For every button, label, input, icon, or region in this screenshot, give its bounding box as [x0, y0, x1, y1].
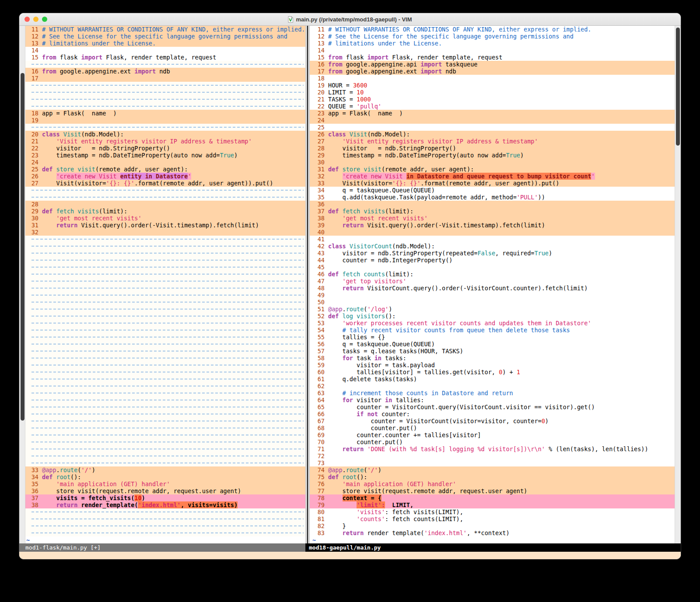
code-line[interactable]: 22 visitor = ndb.StringProperty() [19, 145, 305, 152]
code-line[interactable]: 63 # increment those counts in Datastore… [310, 390, 681, 397]
code-line[interactable]: 34def root(): [19, 473, 305, 480]
close-button[interactable] [24, 17, 30, 22]
code-line[interactable]: 78 context = { [310, 494, 681, 501]
code-line[interactable]: 36 store_visit(request.remote_addr, requ… [19, 487, 305, 494]
code-line[interactable]: 38 return render_template('index.html', … [19, 501, 305, 508]
code-line[interactable]: 32 [19, 229, 305, 236]
code-line[interactable]: 82 } [310, 522, 681, 529]
code-line[interactable]: 13# limitations under the License. [310, 40, 681, 47]
code-line[interactable]: 47 'get top visitors' [310, 278, 681, 285]
code-line[interactable]: 22QUEUE = 'pullq' [310, 103, 681, 110]
code-line[interactable]: 19HOUR = 3600 [310, 82, 681, 89]
code-line[interactable]: 15from flask import Flask, render_templa… [310, 54, 681, 61]
code-line[interactable]: 49 [310, 292, 681, 299]
code-line[interactable]: 12# See the License for the specific lan… [310, 33, 681, 40]
code-line[interactable]: 32 'create new Visit in Datastore and qu… [310, 173, 681, 180]
code-line[interactable]: 25def store_visit(remote_addr, user_agen… [19, 166, 305, 173]
code-line[interactable]: 69 counter.counter += tallies[visitor] [310, 431, 681, 438]
code-line[interactable]: 14 [310, 47, 681, 54]
left-scrollbar-thumb[interactable] [21, 73, 24, 421]
code-line[interactable]: 73 [310, 459, 681, 466]
code-line[interactable]: 59 visitor = task.payload [310, 362, 681, 369]
code-line[interactable]: 26class Visit(ndb.Model): [310, 131, 681, 138]
code-line[interactable]: 57 tasks = q.lease_tasks(HOUR, TASKS) [310, 348, 681, 355]
minimize-button[interactable] [33, 17, 38, 22]
code-line[interactable]: 61 q.delete_tasks(tasks) [310, 376, 681, 383]
code-line[interactable]: 62 [310, 383, 681, 390]
code-line[interactable]: 71 return 'DONE (with %d task[s] logging… [310, 445, 681, 452]
code-line[interactable]: 13# limitations under the License. [19, 40, 305, 47]
code-line[interactable]: 67 counter = VisitorCount(visitor=visito… [310, 418, 681, 425]
code-line[interactable]: 26 'create new Visit entity in Datastore… [19, 173, 305, 180]
code-line[interactable]: 66 if not counter: [310, 411, 681, 418]
code-line[interactable]: 74@app.route('/') [310, 466, 681, 473]
code-line[interactable]: 30 [310, 159, 681, 166]
code-line[interactable]: 31 return Visit.query().order(-Visit.tim… [19, 222, 305, 229]
code-line[interactable]: 23 timestamp = ndb.DateTimeProperty(auto… [19, 152, 305, 159]
right-scrollbar[interactable] [675, 26, 681, 543]
code-line[interactable]: 60 tallies[visitor] = tallies.get(visito… [310, 369, 681, 376]
code-line[interactable]: 83 return render_template('index.html', … [310, 529, 681, 536]
code-line[interactable]: 17 [19, 75, 305, 82]
code-line[interactable]: 68 counter.put() [310, 425, 681, 431]
code-line[interactable]: 36 [310, 201, 681, 208]
code-line[interactable]: 38 'get most recent visits' [310, 215, 681, 222]
right-pane[interactable]: 11# WITHOUT WARRANTIES OR CONDITIONS OF … [310, 26, 681, 543]
code-line[interactable]: 19 [19, 117, 305, 124]
code-line[interactable]: 18 [310, 75, 681, 82]
code-line[interactable]: 77 store_visit(request.remote_addr, requ… [310, 487, 681, 494]
code-line[interactable]: 33 Visit(visitor='{}: {}'.format(remote_… [310, 180, 681, 187]
code-line[interactable]: 52def log_visitors(): [310, 313, 681, 320]
code-line[interactable]: 54 # tally recent visitor counts from qu… [310, 327, 681, 334]
code-line[interactable]: 24 [310, 117, 681, 124]
code-line[interactable]: 41 [310, 236, 681, 243]
code-line[interactable]: 15from flask import Flask, render_templa… [19, 54, 305, 61]
code-line[interactable]: 37def fetch_visits(limit): [310, 208, 681, 215]
left-pane[interactable]: 11# WITHOUT WARRANTIES OR CONDITIONS OF … [19, 26, 305, 543]
code-line[interactable]: 18app = Flask(__name__) [19, 110, 305, 117]
code-line[interactable]: 55 tallies = {} [310, 334, 681, 341]
code-line[interactable]: 37 visits = fetch_visits(10) [19, 494, 305, 501]
left-scrollbar[interactable] [19, 26, 25, 543]
code-line[interactable]: 50 [310, 299, 681, 306]
code-line[interactable]: 40 [310, 229, 681, 236]
code-line[interactable]: 81 'counts': fetch_counts(LIMIT), [310, 515, 681, 522]
code-line[interactable]: 35 q.add(taskqueue.Task(payload=remote_a… [310, 194, 681, 201]
code-line[interactable]: 39 return Visit.query().order(-Visit.tim… [310, 222, 681, 229]
code-line[interactable]: 14 [19, 47, 305, 54]
code-line[interactable]: 20LIMIT = 10 [310, 89, 681, 96]
code-line[interactable]: 46def fetch_counts(limit): [310, 271, 681, 278]
code-line[interactable]: 16from google.appengine.api import taskq… [310, 61, 681, 68]
code-line[interactable]: 70 counter.put() [310, 438, 681, 445]
code-line[interactable]: 21 'Visit entity registers visitor IP ad… [19, 138, 305, 145]
code-line[interactable]: 51@app.route('/log') [310, 306, 681, 313]
code-line[interactable]: 20class Visit(ndb.Model): [19, 131, 305, 138]
code-line[interactable]: 28 visitor = ndb.StringProperty() [310, 145, 681, 152]
code-line[interactable]: 12# See the License for the specific lan… [19, 33, 305, 40]
code-line[interactable]: 17from google.appengine.ext import ndb [310, 68, 681, 75]
code-line[interactable]: 34 q = taskqueue.Queue(QUEUE) [310, 187, 681, 194]
code-line[interactable]: 11# WITHOUT WARRANTIES OR CONDITIONS OF … [310, 26, 681, 33]
code-line[interactable]: 16from google.appengine.ext import ndb [19, 68, 305, 75]
code-line[interactable]: 33@app.route('/') [19, 466, 305, 473]
code-line[interactable]: 80 'visits': fetch_visits(LIMIT), [310, 508, 681, 515]
code-line[interactable]: 29 timestamp = ndb.DateTimeProperty(auto… [310, 152, 681, 159]
right-status-bar[interactable]: mod18-gaepull/main.py [305, 543, 681, 552]
code-line[interactable]: 79 'limit': LIMIT, [310, 501, 681, 508]
code-line[interactable]: 75def root(): [310, 473, 681, 480]
code-line[interactable]: 42class VisitorCount(ndb.Model): [310, 243, 681, 250]
command-line[interactable] [19, 552, 681, 559]
code-line[interactable]: 30 'get most recent visits' [19, 215, 305, 222]
code-line[interactable]: 65 counter = VisitorCount.query(VisitorC… [310, 404, 681, 411]
code-line[interactable]: 56 q = taskqueue.Queue(QUEUE) [310, 341, 681, 348]
title-bar[interactable]: V main.py (/private/tmp/mod18-gaepull) -… [19, 13, 681, 26]
zoom-button[interactable] [42, 17, 47, 22]
code-line[interactable]: 45 [310, 264, 681, 271]
code-line[interactable]: 28 [19, 201, 305, 208]
code-line[interactable]: 72 [310, 452, 681, 459]
right-scrollbar-thumb[interactable] [676, 28, 680, 146]
code-line[interactable]: 23app = Flask(__name__) [310, 110, 681, 117]
code-line[interactable]: 76 'main application (GET) handler' [310, 480, 681, 487]
code-line[interactable]: 44 counter = ndb.IntegerProperty() [310, 257, 681, 264]
code-line[interactable]: 53 'worker processes recent visitor coun… [310, 320, 681, 327]
